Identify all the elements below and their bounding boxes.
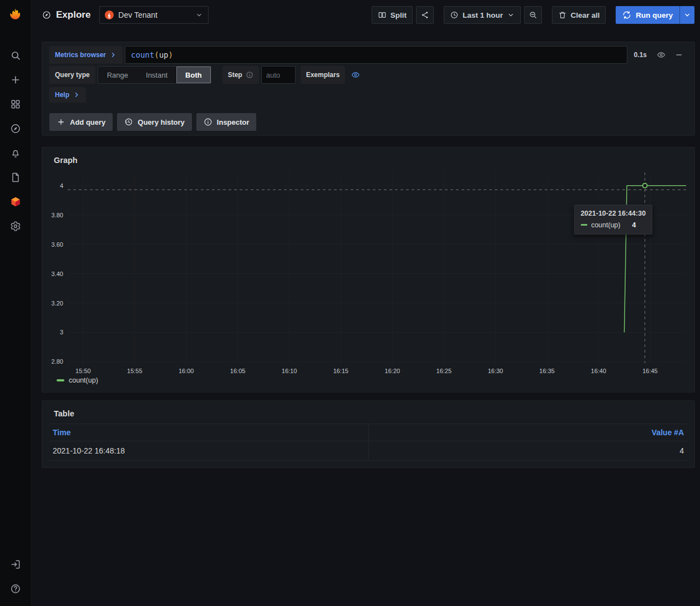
svg-text:16:05: 16:05 — [230, 368, 246, 374]
exemplars-toggle-button[interactable] — [347, 67, 364, 83]
step-label: Step — [228, 71, 242, 79]
alerting-bell-icon[interactable] — [4, 144, 27, 162]
run-query-button[interactable]: Run query — [616, 6, 694, 24]
help-icon[interactable] — [4, 579, 27, 598]
sync-icon — [622, 11, 631, 19]
svg-text:16:25: 16:25 — [437, 368, 452, 374]
chevron-down-icon — [683, 11, 691, 19]
table-cell-value: 4 — [368, 441, 687, 460]
mimir-cube-icon[interactable] — [4, 192, 27, 211]
svg-text:16:10: 16:10 — [282, 368, 297, 374]
graph-panel-title: Graph — [42, 147, 694, 165]
query-meta: 0.1s — [634, 47, 687, 63]
step-label-chip: Step — [222, 66, 259, 84]
clear-all-button[interactable]: Clear all — [552, 6, 606, 24]
graph-tooltip: 2021-10-22 16:44:30 count(up) 4 — [574, 205, 652, 235]
add-query-label: Add query — [70, 118, 105, 126]
metrics-browser-button[interactable]: Metrics browser — [49, 46, 123, 64]
share-button[interactable] — [416, 6, 434, 24]
table-header-row: Time Value #A — [49, 424, 687, 441]
svg-text:16:15: 16:15 — [333, 368, 349, 374]
info-circle-icon — [204, 118, 212, 126]
step-input[interactable] — [261, 66, 296, 84]
query-type-option-both[interactable]: Both — [176, 67, 211, 83]
eye-icon — [351, 70, 360, 79]
help-toggle-button[interactable]: Help — [49, 87, 86, 103]
collapse-row-button[interactable] — [671, 47, 687, 63]
svg-text:3.80: 3.80 — [52, 212, 63, 218]
query-actions: Add query Query history Inspector — [49, 113, 687, 131]
query-type-option-range[interactable]: Range — [98, 67, 137, 83]
svg-text:3: 3 — [60, 329, 63, 335]
query-history-button[interactable]: Query history — [117, 113, 192, 131]
graph-canvas[interactable]: 43.803.603.403.2032.8015:5015:5516:0016:… — [49, 170, 688, 376]
graph-chart: 43.803.603.403.2032.8015:5015:5516:0016:… — [49, 170, 688, 376]
svg-text:3.20: 3.20 — [52, 300, 63, 307]
settings-gear-icon[interactable] — [4, 217, 27, 236]
table-panel-title: Table — [42, 401, 694, 418]
preview-eye-button[interactable] — [653, 47, 669, 63]
query-row: Metrics browser count(up) 0.1s — [49, 46, 687, 64]
topbar: Explore Dev Tenant Split Last 1 hour — [32, 0, 700, 30]
share-icon — [420, 11, 429, 19]
trash-icon — [558, 11, 567, 19]
zoom-out-button[interactable] — [524, 6, 542, 24]
dashboards-icon[interactable] — [4, 95, 27, 114]
datasource-label: Dev Tenant — [118, 11, 158, 19]
run-query-label: Run query — [636, 11, 673, 19]
split-label: Split — [390, 11, 407, 19]
table-header-value[interactable]: Value #A — [368, 424, 687, 441]
svg-text:3.60: 3.60 — [52, 241, 63, 248]
datasource-picker[interactable]: Dev Tenant — [99, 6, 209, 24]
create-plus-icon[interactable] — [4, 70, 27, 89]
search-icon[interactable] — [4, 46, 27, 65]
svg-text:3.40: 3.40 — [52, 271, 63, 277]
query-editor-panel: Metrics browser count(up) 0.1s — [42, 42, 695, 136]
eye-icon — [657, 50, 666, 59]
split-columns-icon — [378, 11, 387, 19]
svg-text:16:40: 16:40 — [591, 368, 606, 374]
promql-query-input[interactable]: count(up) — [125, 46, 627, 64]
table-header-time[interactable]: Time — [49, 424, 368, 441]
help-label: Help — [55, 91, 69, 99]
legend-series-label[interactable]: count(up) — [69, 376, 98, 384]
sidebar — [0, 0, 32, 606]
svg-text:4: 4 — [60, 182, 63, 189]
tooltip-series-name: count(up) — [591, 221, 621, 229]
sign-in-icon[interactable] — [4, 555, 27, 574]
docs-file-icon[interactable] — [4, 168, 27, 187]
add-query-button[interactable]: Add query — [49, 113, 113, 131]
page-title: Explore — [42, 9, 90, 21]
history-clock-icon — [124, 118, 133, 126]
graph-panel: Graph 43.803.603.403.2032.8015:5015:5516… — [42, 147, 695, 393]
svg-text:16:45: 16:45 — [642, 368, 658, 374]
main-area: Explore Dev Tenant Split Last 1 hour — [32, 0, 700, 606]
exemplars-label-chip: Exemplars — [301, 66, 346, 84]
table-cell-time: 2021-10-22 16:48:18 — [49, 441, 368, 460]
table-row: 2021-10-22 16:48:18 4 — [49, 441, 687, 461]
time-range-picker[interactable]: Last 1 hour — [444, 6, 521, 24]
split-button[interactable]: Split — [372, 6, 413, 24]
compass-icon — [42, 11, 51, 19]
info-circle-icon — [246, 71, 253, 79]
plus-icon — [57, 118, 65, 126]
inspector-button[interactable]: Inspector — [196, 113, 257, 131]
query-history-label: Query history — [138, 118, 185, 126]
clock-icon — [450, 11, 459, 19]
grafana-logo[interactable] — [3, 4, 28, 27]
query-exec-time: 0.1s — [634, 51, 647, 59]
svg-text:16:30: 16:30 — [488, 368, 503, 374]
run-query-caret[interactable] — [679, 6, 694, 24]
svg-text:16:35: 16:35 — [539, 368, 555, 374]
query-type-label: Query type — [49, 66, 95, 84]
query-type-option-instant[interactable]: Instant — [137, 67, 176, 83]
chevron-right-icon — [109, 51, 117, 59]
svg-text:15:50: 15:50 — [75, 368, 91, 374]
graph-legend: count(up) — [57, 376, 694, 384]
legend-series-swatch — [57, 379, 64, 381]
explore-compass-icon[interactable] — [4, 119, 27, 138]
sidebar-bottom-icons — [4, 555, 27, 598]
exemplars-label: Exemplars — [306, 71, 340, 79]
zoom-out-icon — [529, 11, 537, 19]
help-row: Help — [49, 87, 687, 103]
